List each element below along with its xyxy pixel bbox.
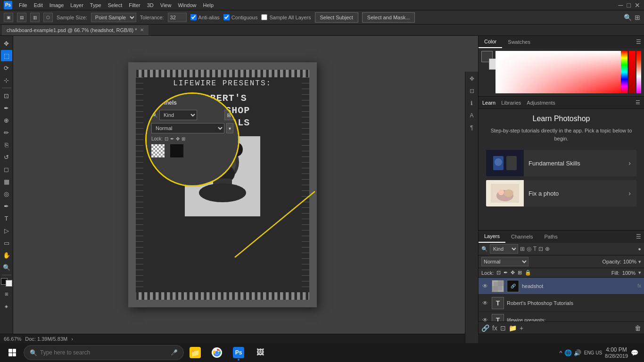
pen-tool[interactable]: ✒ — [1, 200, 12, 212]
tab-channels[interactable]: Channels — [505, 230, 538, 243]
extra-tool-1[interactable]: ⊞ — [1, 288, 12, 300]
layer-type-icon[interactable]: ⊞ — [520, 246, 525, 252]
anti-alias-checkbox[interactable] — [190, 14, 197, 20]
hue-bar[interactable] — [621, 51, 627, 93]
fill-value[interactable]: 100% — [622, 270, 636, 276]
lasso-tool[interactable]: ⟳ — [1, 62, 12, 74]
lock-brush-icon[interactable]: ✒ — [170, 136, 174, 141]
tray-chevron[interactable]: ^ — [560, 349, 562, 356]
table-row[interactable]: 👁 🔗 headshot — [479, 278, 644, 295]
alpha-bar[interactable] — [629, 51, 636, 93]
layer-filter-icon-3[interactable]: T — [533, 246, 537, 252]
more-info-arrow[interactable]: › — [71, 336, 73, 342]
lock-artboard-icon[interactable]: ⊞ — [182, 136, 185, 141]
select-mask-button[interactable]: Select and Mask... — [362, 12, 415, 23]
document-tab[interactable]: chalkboard-example1.psd @ 66.7% (headsho… — [2, 25, 149, 35]
panel-icon-info[interactable]: ℹ — [467, 98, 477, 108]
magnify-chevron-btn[interactable]: ▾ — [226, 123, 233, 133]
tab-color[interactable]: Color — [479, 36, 502, 48]
color-gradient-field[interactable] — [495, 51, 627, 93]
opacity-value[interactable]: 100% — [623, 259, 636, 264]
menu-view[interactable]: View — [160, 2, 172, 8]
crop-tool[interactable]: ⊡ — [1, 90, 12, 101]
layer-visibility-lifewire[interactable]: 👁 — [481, 317, 489, 322]
dodge-tool[interactable]: ◎ — [1, 188, 12, 199]
close-tab-button[interactable]: ✕ — [140, 27, 144, 33]
delete-layer-button[interactable]: 🗑 — [635, 324, 641, 332]
notification-icon[interactable]: 💬 — [631, 349, 638, 356]
panel-icon-char[interactable]: A — [467, 110, 477, 121]
shape-tool[interactable]: ▭ — [1, 237, 12, 248]
extra-tool-2[interactable]: ◈ — [1, 301, 12, 312]
language-indicator[interactable]: ENG US — [584, 350, 602, 356]
search-bar[interactable]: 🔍 Type here to search 🎤 — [24, 345, 184, 360]
sample-all-checkbox[interactable] — [261, 14, 267, 20]
layers-panel-menu[interactable]: ☰ — [633, 233, 644, 240]
layer-visibility-headshot[interactable]: 👁 — [481, 283, 489, 289]
sample-size-select[interactable]: Point Sample — [91, 13, 136, 22]
taskbar-app-photoshop[interactable]: Ps — [228, 343, 249, 362]
blend-mode-select[interactable]: Normal — [481, 257, 528, 266]
layer-filter-icon-4[interactable]: ⊡ — [538, 246, 543, 252]
menu-image[interactable]: Image — [50, 2, 64, 8]
path-select-tool[interactable]: ▷ — [1, 225, 12, 236]
history-brush-tool[interactable]: ↺ — [1, 151, 12, 163]
close-button[interactable]: ✕ — [635, 1, 640, 9]
tab-learn[interactable]: Learn — [482, 100, 495, 106]
link-layers-button[interactable]: 🔗 — [481, 324, 489, 332]
new-group-button[interactable]: 📁 — [509, 324, 517, 332]
minimize-button[interactable]: ─ — [619, 1, 623, 9]
add-mask-button[interactable]: ⊡ — [500, 324, 506, 332]
new-layer-button[interactable]: + — [520, 324, 523, 332]
menu-3d[interactable]: 3D — [147, 2, 154, 8]
clock[interactable]: 4:00 PM 8/28/2019 — [605, 346, 628, 359]
menu-edit[interactable]: Edit — [34, 2, 43, 8]
hand-tool[interactable]: ✋ — [1, 249, 12, 261]
taskbar-app-explorer[interactable]: 📁 — [185, 343, 206, 362]
mic-icon[interactable]: 🎤 — [171, 349, 178, 356]
lock-pixels-icon[interactable]: ⊡ — [165, 136, 168, 141]
tab-swatches[interactable]: Swatches — [502, 36, 536, 48]
menu-file[interactable]: File — [19, 2, 27, 8]
magic-wand-tool[interactable]: ⊹ — [1, 74, 12, 86]
lock-move-icon[interactable]: ✥ — [176, 136, 180, 141]
start-button[interactable] — [2, 343, 23, 362]
menu-type[interactable]: Type — [90, 2, 101, 8]
gradient-tool[interactable]: ▦ — [1, 176, 12, 187]
layer-filter-icon-5[interactable]: ⊕ — [545, 246, 550, 252]
brush-tool[interactable]: ✏ — [1, 127, 12, 138]
move-tool[interactable]: ✥ — [1, 38, 12, 49]
zoom-tool[interactable]: 🔍 — [1, 262, 12, 273]
panel-icon-eyedrop[interactable]: ⊡ — [467, 86, 477, 96]
lock-move-icon[interactable]: ✥ — [511, 270, 515, 276]
magnify-normal-select[interactable]: Normal — [151, 123, 224, 133]
lock-all-icon[interactable]: 🔒 — [525, 270, 531, 276]
color-panel-menu[interactable]: ☰ — [633, 36, 644, 48]
taskbar-app-chrome[interactable] — [206, 343, 227, 362]
eyedropper-tool[interactable]: ✒ — [1, 102, 12, 114]
select-subject-button[interactable]: Select Subject — [315, 12, 358, 23]
opacity-chevron[interactable]: ▾ — [638, 259, 641, 265]
learn-panel-menu[interactable]: ☰ — [636, 99, 640, 106]
add-style-button[interactable]: fx — [492, 324, 497, 332]
panel-icon[interactable]: ⊞ — [635, 14, 640, 21]
marquee-tool[interactable]: ⬚ — [1, 50, 12, 61]
panel-icon-para[interactable]: ¶ — [467, 123, 477, 133]
menu-window[interactable]: Window — [178, 2, 196, 8]
tab-adjustments[interactable]: Adjustments — [527, 100, 555, 106]
tab-libraries[interactable]: Libraries — [501, 100, 521, 106]
layer-filter-icon-2[interactable]: ◎ — [527, 246, 531, 252]
lock-artboard-icon[interactable]: ⊞ — [518, 270, 522, 276]
table-row[interactable]: 👁 T lifewire presents: — [479, 312, 644, 321]
tab-layers[interactable]: Layers — [479, 230, 505, 243]
contiguous-checkbox[interactable] — [223, 14, 230, 20]
network-icon[interactable]: 🌐 — [564, 349, 572, 356]
learn-card-fixphoto[interactable]: Fix a photo › — [486, 180, 636, 206]
table-row[interactable]: 👁 T Robert's Photoshop Tutorials — [479, 295, 644, 312]
search-icon[interactable]: 🔍 — [624, 14, 632, 21]
clone-stamp-tool[interactable]: ⎘ — [1, 139, 12, 150]
maximize-button[interactable]: □ — [627, 1, 631, 9]
eraser-tool[interactable]: ◻ — [1, 164, 12, 175]
tab-paths[interactable]: Paths — [539, 230, 563, 243]
layers-kind-select[interactable]: Kind — [490, 244, 518, 254]
